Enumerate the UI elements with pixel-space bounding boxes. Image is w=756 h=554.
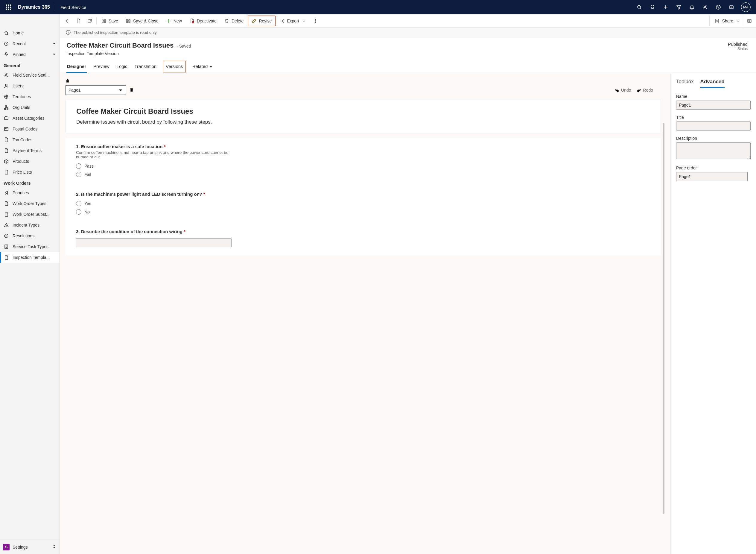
delete-page-button[interactable] [129,88,134,93]
readonly-info-bar: The published inspection template is rea… [60,27,756,38]
page-selector[interactable]: Page1 [65,85,126,95]
site-map-nav: HomeRecentPinnedGeneralField Service Set… [0,14,60,554]
radio-icon [76,201,81,206]
nav-item[interactable]: Field Service Setti... [0,70,60,80]
question-block[interactable]: 1. Ensure coffee maker is a safe locatio… [65,138,661,185]
radio-option[interactable]: Yes [76,201,650,206]
question-title: 3. Describe the condition of the connect… [76,229,650,234]
radio-option[interactable]: Fail [76,172,650,177]
quick-create-icon[interactable] [659,0,672,14]
share-button[interactable]: Share [711,15,744,26]
record-header: Coffee Maker Circuit Board Issues - Save… [60,38,756,56]
nav-item-recent[interactable]: Recent [0,38,60,49]
advanced-find-icon[interactable] [672,0,685,14]
save-button[interactable]: Save [98,15,122,26]
scrollbar[interactable] [663,123,665,514]
tab-related[interactable]: Related [192,61,213,73]
tab-versions[interactable]: Versions [163,61,186,72]
app-launcher-icon[interactable] [2,0,14,14]
lock-icon [65,78,70,83]
nav-item[interactable]: Org Units [0,102,60,113]
nav-item[interactable]: Payment Terms [0,145,60,156]
record-title: Coffee Maker Circuit Board Issues [66,42,174,49]
record-set-button[interactable] [73,15,84,26]
radio-option[interactable]: Pass [76,163,650,169]
nav-item-pinned[interactable]: Pinned [0,49,60,60]
field-description-input[interactable] [676,143,751,159]
text-answer-input[interactable] [76,238,232,247]
export-button[interactable]: Export [276,15,309,26]
user-avatar[interactable]: MA [741,2,751,12]
nav-group-title: General [0,60,60,70]
command-bar: Save Save & Close New Deactivate Delete … [60,14,756,27]
field-description-label: Description [676,136,751,141]
question-block[interactable]: 2. Is the machine's power light and LED … [65,185,661,223]
nav-item[interactable]: Postal Codes [0,124,60,134]
panel-tab-toolbox[interactable]: Toolbox [676,79,694,88]
chevron-updown-icon [52,544,57,550]
question-title: 2. Is the machine's power light and LED … [76,191,650,197]
undo-button[interactable]: Undo [615,88,631,93]
info-message: The published inspection template is rea… [74,30,158,35]
nav-item[interactable]: Products [0,156,60,167]
assistant-panel-icon[interactable] [725,0,738,14]
area-label: Settings [12,545,28,550]
delete-button[interactable]: Delete [221,15,247,26]
nav-item[interactable]: Work Order Types [0,198,60,209]
back-button[interactable] [62,15,72,26]
nav-item[interactable]: Tax Codes [0,134,60,145]
info-icon [66,30,71,35]
panel-tab-advanced[interactable]: Advanced [700,79,724,88]
question-title: 1. Ensure coffee maker is a safe locatio… [76,144,650,149]
assistant-bulb-icon[interactable] [646,0,659,14]
tab-translation[interactable]: Translation [134,61,157,73]
brand-label[interactable]: Dynamics 365 [14,4,54,10]
nav-collapse-button[interactable] [0,14,60,27]
question-block[interactable]: 3. Describe the condition of the connect… [65,223,661,256]
nav-item[interactable]: Service Task Types [0,241,60,252]
saved-indicator: - Saved [177,44,191,49]
tab-preview[interactable]: Preview [93,61,110,73]
inspection-header-card[interactable]: Coffee Maker Circuit Board Issues Determ… [65,99,661,133]
nav-item[interactable]: Asset Categories [0,113,60,124]
overflow-button[interactable] [310,15,321,26]
search-icon[interactable] [633,0,646,14]
nav-item[interactable]: Priorities [0,187,60,198]
new-button[interactable]: New [163,15,186,26]
nav-item-home[interactable]: Home [0,27,60,38]
nav-item[interactable]: Work Order Subst... [0,209,60,220]
status-label: Status [728,47,748,51]
radio-icon [76,209,81,215]
inspection-title: Coffee Maker Circuit Board Issues [76,107,650,116]
radio-option[interactable]: No [76,209,650,215]
revise-button[interactable]: Revise [248,15,275,26]
nav-item[interactable]: Incident Types [0,220,60,230]
field-title-input[interactable] [676,121,751,130]
field-page-order-label: Page order [676,166,751,170]
field-page-order-input[interactable] [676,172,748,181]
nav-item[interactable]: Territories [0,91,60,102]
notifications-icon[interactable] [685,0,699,14]
radio-icon [76,163,81,169]
nav-item[interactable]: Resolutions [0,230,60,241]
assistant-toggle-button[interactable] [744,14,754,27]
area-switcher[interactable]: S Settings [0,540,60,554]
save-close-button[interactable]: Save & Close [122,15,162,26]
tab-designer[interactable]: Designer [66,61,87,73]
nav-item[interactable]: Users [0,80,60,91]
open-new-window-button[interactable] [84,15,95,26]
radio-icon [76,172,81,177]
help-icon[interactable] [712,0,725,14]
nav-item[interactable]: Price Lists [0,167,60,177]
deactivate-button[interactable]: Deactivate [186,15,220,26]
inspection-description: Determine issues with circuit board by f… [76,119,650,125]
app-name-label[interactable]: Field Service [56,5,91,10]
nav-item[interactable]: Inspection Templa... [0,252,60,263]
chevron-down-icon [118,88,123,93]
settings-gear-icon[interactable] [699,0,712,14]
tab-logic[interactable]: Logic [116,61,128,73]
form-tabs: DesignerPreviewLogicTranslationVersionsR… [60,61,756,73]
field-name-label: Name [676,94,751,99]
field-name-input[interactable] [676,101,751,110]
redo-button[interactable]: Redo [637,88,653,93]
